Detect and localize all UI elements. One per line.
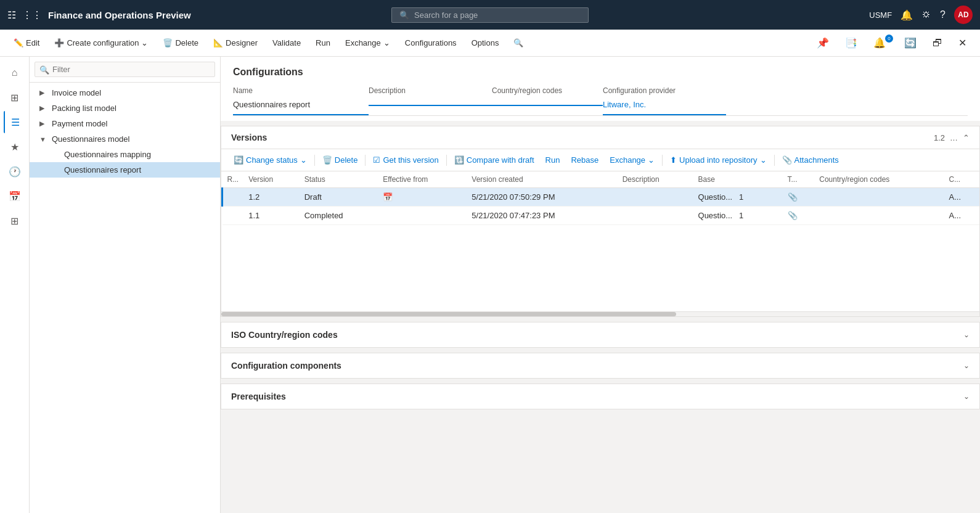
filter-icon[interactable]: ⊞ (4, 86, 26, 109)
row-effective-from: 📅 (378, 188, 467, 207)
validate-button[interactable]: Validate (266, 35, 307, 51)
pin-button[interactable]: 📌 (811, 33, 835, 52)
home-icon[interactable]: ⌂ (4, 62, 26, 84)
configurations-panel: Configurations Name Questionnaires repor… (221, 57, 980, 121)
favorites-icon[interactable]: ★ (4, 136, 26, 158)
versions-collapse-icon[interactable]: ⌃ (963, 133, 970, 142)
tree-item-questionnaires-mapping[interactable]: Questionnaires mapping (30, 147, 220, 162)
versions-run-button[interactable]: Run (541, 153, 565, 167)
row-version-created: 5/21/2020 07:47:23 PM (467, 207, 617, 225)
table-row[interactable]: 1.2 Draft 📅 5/21/2020 07:50:29 PM Questi… (223, 188, 980, 207)
edit-button[interactable]: ✏️ Edit (7, 35, 46, 51)
configurations-button[interactable]: Configurations (399, 35, 463, 51)
notification-badge-button[interactable]: 🔔0 (867, 33, 894, 52)
tree-item-questionnaires-report[interactable]: Questionnaires report (30, 162, 220, 178)
tree-item-packing-list-model[interactable]: ▶ Packing list model (30, 101, 220, 116)
tree-item-label: Questionnaires model (52, 134, 129, 144)
search-icon: 🔍 (399, 10, 409, 20)
col-header-c: C... (944, 171, 979, 188)
config-components-header[interactable]: Configuration components ⌄ (221, 353, 979, 378)
get-this-version-button[interactable]: ☑ Get this version (368, 153, 443, 167)
change-status-button[interactable]: 🔄 Change status ⌄ (229, 153, 312, 167)
col-header-version: Version (243, 171, 300, 188)
versions-title: Versions (231, 133, 267, 142)
search-button[interactable]: 🔍 (507, 35, 529, 51)
main-layout: ⌂ ⊞ ☰ ★ 🕐 📅 ⊞ 🔍 ▶ Invoice model ▶ Packin… (0, 57, 980, 513)
versions-ellipsis[interactable]: … (950, 133, 958, 142)
avatar[interactable]: AD (954, 6, 973, 24)
exchange-button[interactable]: Exchange ⌄ (339, 35, 396, 51)
plus-icon: ➕ (54, 38, 64, 47)
col-header-base: Base (693, 171, 783, 188)
help-icon[interactable]: ? (940, 9, 945, 20)
get-version-icon: ☑ (373, 155, 380, 165)
tree-item-questionnaires-model[interactable]: ▼ Questionnaires model (30, 131, 220, 147)
grid-icon[interactable]: ⊞ (4, 210, 26, 232)
calendar-picker-icon[interactable]: 📅 (383, 192, 393, 202)
tree-items: ▶ Invoice model ▶ Packing list model ▶ P… (30, 83, 220, 513)
refresh-button[interactable]: 🔄 (898, 33, 923, 52)
col-header-status: Status (300, 171, 378, 188)
col-header-description: Description (618, 171, 693, 188)
tree-item-payment-model[interactable]: ▶ Payment model (30, 116, 220, 131)
recent-icon[interactable]: 🕐 (4, 160, 26, 183)
tree-item-label: Invoice model (52, 88, 101, 97)
row-version: 1.2 (243, 188, 300, 207)
tree-item-label: Packing list model (52, 104, 116, 113)
options-button[interactable]: Options (465, 35, 505, 51)
rebase-button[interactable]: Rebase (566, 153, 603, 167)
settings-icon[interactable]: ⛭ (921, 9, 931, 20)
row-t: 📎 (783, 188, 815, 207)
versions-header: Versions 1.2 … ⌃ (221, 126, 979, 149)
col-header-version-created: Version created (467, 171, 617, 188)
upload-repository-button[interactable]: ⬆ Upload into repository ⌄ (665, 153, 771, 167)
tree-item-invoice-model[interactable]: ▶ Invoice model (30, 85, 220, 101)
edit-icon: ✏️ (14, 38, 23, 47)
tree-filter-input[interactable] (35, 62, 215, 77)
row-t: 📎 (783, 207, 815, 225)
open-new-button[interactable]: 🗗 (926, 34, 949, 52)
prereq-chevron-icon: ⌄ (963, 392, 970, 401)
hamburger-icon[interactable]: ☷ (7, 9, 16, 21)
compare-with-draft-button[interactable]: 🔃 Compare with draft (449, 153, 539, 167)
search-box[interactable]: 🔍 (391, 7, 589, 23)
row-description (618, 188, 693, 207)
designer-button[interactable]: 📐 Designer (207, 35, 264, 51)
waffle-icon[interactable]: ⋮⋮ (22, 9, 42, 21)
row-c: A... (944, 188, 979, 207)
prerequisites-section: Prerequisites ⌄ (221, 384, 980, 409)
iso-country-label: ISO Country/region codes (231, 330, 338, 340)
row-country-codes (814, 188, 944, 207)
prerequisites-label: Prerequisites (231, 392, 286, 401)
delete-button[interactable]: 🗑️ Delete (157, 35, 205, 51)
row-indicator (223, 188, 244, 207)
versions-section: Versions 1.2 … ⌃ 🔄 Change status ⌄ 🗑️ De… (221, 126, 980, 317)
versions-exchange-button[interactable]: Exchange ⌄ (605, 153, 659, 167)
bookmark-button[interactable]: 📑 (839, 33, 864, 52)
col-header-name: Name (233, 84, 369, 97)
close-button[interactable]: ✕ (952, 33, 973, 52)
designer-icon: 📐 (213, 38, 223, 47)
config-components-label: Configuration components (231, 361, 341, 371)
attachments-button[interactable]: 📎 Attachments (777, 153, 844, 167)
upload-icon: ⬆ (670, 155, 677, 165)
prerequisites-header[interactable]: Prerequisites ⌄ (221, 384, 979, 409)
col-value-provider[interactable]: Litware, Inc. (603, 97, 726, 115)
calendar-icon[interactable]: 📅 (4, 185, 26, 207)
iso-country-header[interactable]: ISO Country/region codes ⌄ (221, 322, 979, 347)
create-configuration-button[interactable]: ➕ Create configuration ⌄ (48, 35, 154, 51)
list-icon[interactable]: ☰ (4, 111, 26, 133)
versions-delete-icon: 🗑️ (322, 155, 332, 165)
row-base: Questio... 1 (693, 188, 783, 207)
table-row[interactable]: 1.1 Completed 5/21/2020 07:47:23 PM Ques… (223, 207, 980, 225)
exchange-chevron-icon: ⌄ (383, 38, 390, 47)
run-button[interactable]: Run (309, 35, 337, 51)
versions-delete-button[interactable]: 🗑️ Delete (317, 153, 363, 167)
col-header-effective-from: Effective from (378, 171, 467, 188)
horizontal-scrollbar[interactable] (221, 311, 979, 316)
tree-item-label: Payment model (52, 119, 107, 128)
col-header-provider: Configuration provider (603, 84, 726, 97)
notification-icon[interactable]: 🔔 (900, 9, 913, 21)
change-status-chevron: ⌄ (300, 155, 307, 165)
search-input[interactable] (414, 10, 581, 20)
